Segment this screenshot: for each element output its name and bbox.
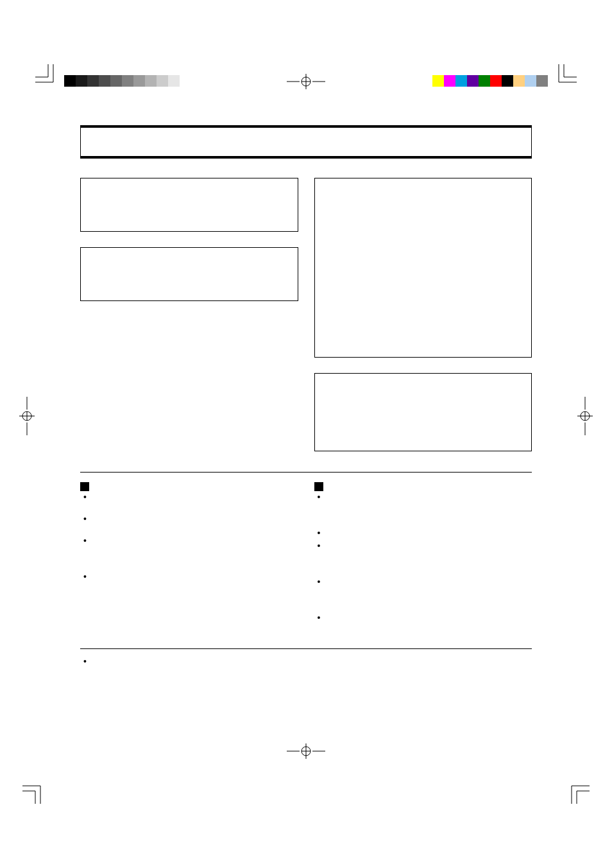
page-content [80, 125, 532, 667]
list-item [80, 571, 298, 613]
color-swatch [490, 75, 502, 87]
corner-registration-mark-icon [551, 64, 577, 90]
grayscale-calibration-band [64, 75, 180, 87]
divider [80, 648, 532, 649]
registration-crosshair-icon [287, 74, 325, 89]
divider [80, 472, 532, 473]
corner-registration-mark-icon [22, 778, 48, 804]
registration-crosshair-icon [577, 397, 593, 435]
color-swatch [525, 75, 536, 87]
gray-swatch [64, 75, 76, 87]
list-item [80, 492, 298, 502]
section-marker-icon [314, 482, 323, 491]
color-swatch [432, 75, 444, 87]
list-item [314, 492, 532, 516]
color-calibration-band [432, 75, 548, 87]
gray-swatch [145, 75, 157, 87]
content-box-right-large [314, 178, 532, 358]
gray-swatch [157, 75, 168, 87]
footnote-item [80, 655, 532, 667]
content-box-left-b [80, 247, 298, 301]
gray-swatch [168, 75, 180, 87]
color-swatch [502, 75, 513, 87]
gray-swatch [133, 75, 145, 87]
gray-swatch [87, 75, 99, 87]
color-swatch [444, 75, 455, 87]
list-item [314, 612, 532, 637]
color-swatch [479, 75, 490, 87]
color-swatch [467, 75, 479, 87]
corner-registration-mark-icon [35, 64, 61, 90]
list-item [80, 535, 298, 560]
footnote-area [80, 655, 532, 667]
color-swatch [455, 75, 467, 87]
section-marker-icon [80, 482, 89, 491]
registration-crosshair-icon [19, 397, 35, 435]
list-item [314, 541, 532, 565]
gray-swatch [76, 75, 87, 87]
content-box-left-a [80, 178, 298, 232]
registration-crosshair-icon [287, 743, 325, 759]
section-header-right [314, 480, 532, 492]
list-item [80, 514, 298, 524]
content-box-right-med [314, 373, 532, 451]
color-swatch [536, 75, 548, 87]
gray-swatch [122, 75, 133, 87]
gray-swatch [110, 75, 122, 87]
headline-box [80, 125, 532, 159]
corner-registration-mark-icon [564, 778, 590, 804]
list-item [314, 528, 532, 538]
right-bullet-list [314, 492, 532, 637]
color-swatch [513, 75, 525, 87]
gray-swatch [99, 75, 110, 87]
section-header-left [80, 480, 298, 492]
list-item [314, 577, 532, 601]
left-bullet-list [80, 492, 298, 613]
